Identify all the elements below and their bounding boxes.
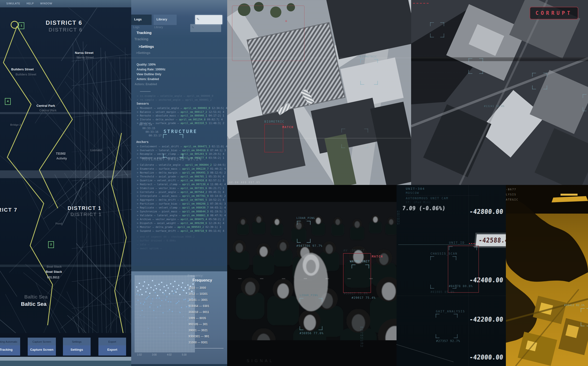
log-line: > Iterate — delta_anchor — april_om_0012… [137,118,227,122]
tab-library[interactable]: Library [154,15,177,25]
menu-item[interactable]: WINDOW [40,0,52,7]
corner-tag-label: BIOMETRIC [360,55,377,58]
frequency-pair: 993105 — 301 [189,321,209,327]
digit: 64 [360,329,363,332]
x-tick: 1:02 [137,353,142,356]
street-map [0,0,131,366]
map-marker-4[interactable]: 4 [5,98,11,105]
log-line: > Archive — vector_margin — april_om_009… [137,217,227,221]
section-rule [397,296,506,296]
map-marker-2[interactable]: 2 [48,241,54,248]
bottom-strip-light [0,357,131,361]
label-bridge: Bridge 2 [10,123,21,126]
x-tick: 4:02 [167,353,172,356]
log-line: > is.example — volatile_angle — april_om… [137,94,213,98]
map-action-button[interactable]: Tracking Automatic Tracking Automatic [0,337,20,356]
sub-header: ST: iPad Mini [406,201,431,204]
log-line: > Containment — axial_drift — april_om_0… [137,145,227,149]
edge-text-line: SAT-B677 [506,187,519,192]
label-boat-stack-ghost: Boat Stack [47,265,62,268]
teal-tracking-box-3 [532,73,547,89]
digit: 52 [360,345,363,348]
search-input-ghost: ✎ [190,24,221,32]
city-header: MOSCOW [406,191,419,195]
crosshair-icon: + [285,19,288,23]
settings-line: Analog Rate: 1000Hz [137,67,165,72]
menu-item[interactable]: SIMULATE [6,0,20,7]
glitch-dashes [238,278,374,279]
settings-line: Actors: Enabled [137,77,165,82]
frequency-title: Frequency [192,278,212,283]
axis-value-5: -42000.00 [469,353,504,361]
trajectory-dotted-line [397,343,454,362]
log-line: > Quantize — velvet_drift — april_om_006… [137,179,227,183]
tracking-tag: #13241 90.4% [484,105,504,108]
frequency-pair: 1999 — 6035 [189,315,209,321]
map-marker-1[interactable]: 1 [18,22,24,29]
log-line: > Redirect — lateral_clamp — april_em_00… [137,183,227,186]
edge-digit-column: 038071685447 [397,211,400,225]
label-district1-ghost: DISTRICT 1 [70,212,102,217]
log-line: > Replicate — velvet_clamp — april_um_00… [137,206,227,210]
log-line: > Stabilize — vector_bias — april_om_007… [137,186,227,190]
frequency-pair: 30341 — 3001 [189,297,209,303]
search-input[interactable]: ✎ [195,15,222,24]
frequency-pair: 9300301 — 991 [189,333,209,340]
digit: 72 [360,332,363,334]
digit: 47 [397,223,400,225]
tab-logs[interactable]: Logs [131,15,152,25]
log-line: > Dispatch — axial_weight — april_am_009… [137,221,227,225]
button-ghost-label: Capture Screen [28,338,56,345]
teal-tracking-box-1 [430,22,444,37]
map-action-button[interactable]: Capture Screen Capture Screen [27,337,56,356]
satellite-view-right: CORRUPT #13241 90.4% [411,0,588,185]
map-action-button[interactable]: Settings Settings [63,337,91,356]
gait-analysis-label: GAIT_ANALYSIS [436,310,465,313]
teal-tracking-box-clipped [583,94,588,111]
surveillance-dashboard: DISTRICT 6 DISTRICT 6 Narva Street Narva… [0,0,588,366]
axis-value-top: -42800.00 [469,208,504,215]
label-activity: Activity [56,157,67,160]
lidar1-box [297,221,311,243]
frequency-pair-list: 1010 — 30003012 — 1030130341 — 300191945… [189,285,209,346]
amber-aerial-imagery [506,185,588,366]
timestamp-line: 00:33:15 [142,126,162,130]
crowd-footage [227,185,397,366]
chassis-scan-box [430,256,456,289]
digit: 54 [397,220,400,223]
log-line: > Partition — surface_bias — april_om_00… [137,202,227,206]
teal-tracking-box [360,59,378,85]
label-builders-street-ghost: Builders Street [16,73,36,76]
axis-gridline [468,185,469,366]
tracking-item[interactable]: Tracking [137,31,152,35]
log-block-a: > Movement — volatile_angle — april_om_0… [137,106,227,125]
settings-list: Quality: 100%Analog Rate: 1000HzView Out… [137,62,165,82]
label-district1: DISTRICT 1 [68,205,102,211]
label-baltic-sea: Baltic Sea [21,301,46,307]
digit-column: 8064726855473952 [360,326,363,348]
frequency-pair: 304010 — 0011 [189,309,209,315]
log-line: — await uplink — [137,247,195,250]
log-intro: > is.example — volatile_angle — april_om… [137,94,213,102]
label-activity-code: 731502 [56,152,66,155]
log-line: — buffer drained — 0.004s [137,239,195,243]
lidar2-box [300,298,322,330]
satellite-view-center: + BIOMETRIC MATCH BIOMETRIC AV-04 469 09… [227,0,411,185]
settings-item[interactable]: >Settings [138,45,154,49]
settings-line: Quality: 100% [137,62,165,67]
lidar1-label: LIDAR_PING [296,216,315,220]
waymo-match-label: MATCH [372,255,383,258]
label-central-park: Central Park [36,104,55,108]
digit: 68 [360,334,363,337]
map-buttons: Tracking Automatic Tracking Automatic Ca… [0,333,131,357]
frequency-x-ticks: 1:023:004:025:30 [137,353,195,356]
timestamp-line: 00:33:16 [146,130,162,134]
frequency-pair: 1010 — 3000 [189,285,209,291]
map-action-button[interactable]: Export Export [98,337,126,356]
frequency-underline [195,348,224,349]
panel-gap [131,266,227,271]
menu-item[interactable]: HELP [26,0,34,7]
chassis-scan-label: CHASSIS_SCAN [431,252,458,255]
biometric-red-box [264,124,283,152]
map-title: DISTRICT 6 [46,19,82,26]
